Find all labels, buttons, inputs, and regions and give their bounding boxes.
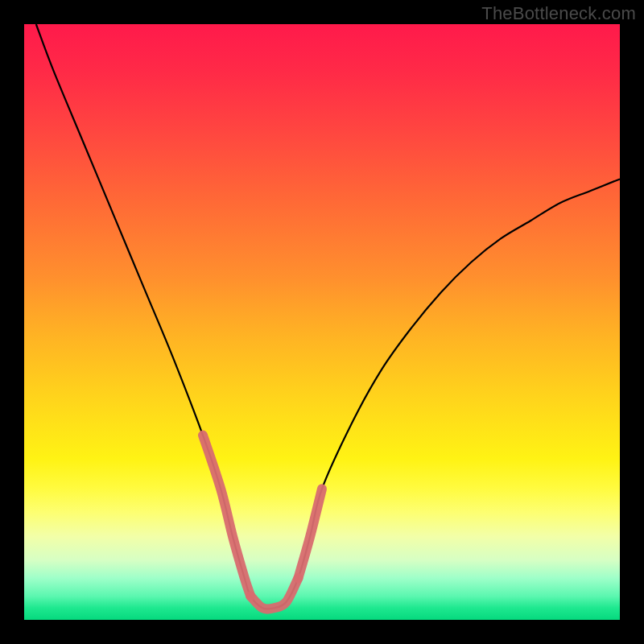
bottleneck-curve-path bbox=[36, 24, 620, 609]
main-curve bbox=[36, 24, 620, 609]
watermark-text: TheBottleneck.com bbox=[481, 3, 636, 24]
highlight-segment-1 bbox=[250, 578, 298, 609]
highlight-segment-0 bbox=[203, 436, 250, 597]
chart-container: TheBottleneck.com bbox=[0, 0, 644, 644]
highlight-curve bbox=[203, 436, 322, 609]
highlight-segment-2 bbox=[298, 489, 322, 578]
plot-area bbox=[24, 24, 620, 620]
curve-layer bbox=[24, 24, 620, 620]
